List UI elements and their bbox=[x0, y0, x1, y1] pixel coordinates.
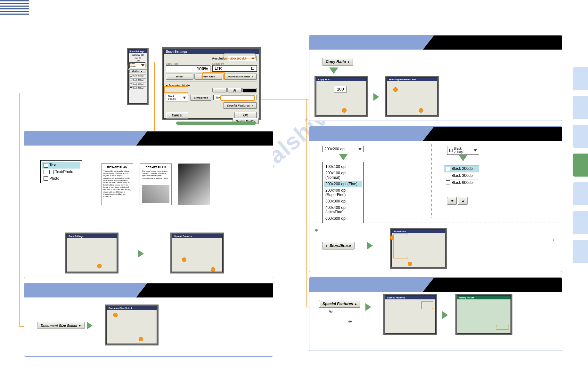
res-opt[interactable]: 600x600 dpi bbox=[324, 215, 362, 222]
side-tab-4[interactable] bbox=[573, 154, 588, 177]
ok-button[interactable]: OK bbox=[234, 112, 257, 119]
step-screenshot-2: Special Features bbox=[172, 234, 223, 272]
side-tab-5[interactable] bbox=[573, 182, 588, 205]
side-tab-3[interactable] bbox=[573, 125, 588, 148]
side-panel-title: Scan Settings bbox=[129, 50, 147, 53]
preset-2[interactable]: Black 300dpi bbox=[133, 79, 143, 81]
arrow-right-icon bbox=[87, 322, 93, 329]
step-screenshot-1: Scan Settings bbox=[66, 234, 117, 272]
preset-3[interactable]: Black 600dpi bbox=[133, 83, 143, 85]
arrow-down-icon bbox=[329, 67, 338, 74]
copy-ratio-button[interactable]: Copy Ratio▸ bbox=[322, 58, 353, 66]
sf-screenshot-2: Ready to scan bbox=[457, 295, 511, 334]
panel-header bbox=[309, 127, 562, 141]
special-features-button[interactable]: Special Features▸ bbox=[319, 300, 360, 308]
resolution-list: 100x100 dpi 200x100 dpi (Normal) 200x200… bbox=[322, 162, 364, 223]
res-opt[interactable]: 100x100 dpi bbox=[324, 163, 362, 170]
side-tabs bbox=[573, 67, 588, 269]
arrow-right-icon bbox=[365, 303, 371, 311]
side-doc: LTR bbox=[129, 59, 146, 62]
up-button[interactable]: ▴ bbox=[458, 197, 468, 205]
arrow-down-icon bbox=[459, 155, 468, 161]
base-bar bbox=[176, 122, 256, 125]
arrow-right-icon bbox=[373, 93, 379, 101]
document-label: Document bbox=[212, 62, 257, 65]
doc-size-screenshot: Document Size Select bbox=[106, 306, 157, 344]
res-opt[interactable]: 300x300 dpi bbox=[324, 198, 362, 204]
side-tab-6[interactable] bbox=[573, 211, 588, 234]
panel-header bbox=[24, 131, 273, 146]
panel-resolution: 200x200 dpi 100x100 dpi 200x100 dpi (Nor… bbox=[309, 126, 562, 272]
direct-button[interactable]: Direct bbox=[166, 74, 193, 80]
mode-photo[interactable]: Photo bbox=[42, 175, 80, 182]
store-erase-screenshot: Store/Erase bbox=[391, 229, 445, 267]
panel-header bbox=[309, 278, 562, 292]
res-opt[interactable]: 200x100 dpi (Normal) bbox=[324, 170, 362, 181]
sf-screenshot-1: Special Features bbox=[385, 295, 436, 334]
preset-4[interactable]: Black 400dpi bbox=[133, 87, 143, 89]
copy-ratio-label: Copy Ratio bbox=[166, 62, 210, 65]
side-tab-7[interactable] bbox=[573, 240, 588, 263]
down-button[interactable]: ▾ bbox=[447, 197, 457, 205]
mode-list: Text Text/Photo Photo bbox=[40, 160, 82, 183]
res-opt[interactable]: 200x200 dpi (Fine) bbox=[324, 181, 362, 187]
preset-opt[interactable]: Black 200dpi bbox=[444, 165, 479, 172]
arrow-right-icon bbox=[442, 311, 448, 319]
sample-text-photo: RES●RT PLAN The world's coral reefs, whe… bbox=[140, 163, 172, 205]
arrow-right-icon bbox=[367, 242, 373, 249]
preset-opt[interactable]: Black 600dpi bbox=[444, 179, 479, 186]
highlight bbox=[127, 65, 147, 70]
res-opt[interactable]: 200x400 dpi (SuperFine) bbox=[324, 187, 362, 198]
connector bbox=[19, 93, 20, 326]
special-features-button[interactable]: Special Features▸ bbox=[223, 102, 257, 109]
cancel-button[interactable]: Cancel bbox=[166, 112, 188, 119]
panel-header bbox=[24, 283, 273, 297]
side-ratio: 200x200 dpi bbox=[129, 53, 146, 56]
mode-text-photo[interactable]: Text/Photo bbox=[42, 169, 80, 175]
copy-ratio-screenshot-1: Copy Ratio 100 bbox=[316, 77, 367, 115]
arrow-right-thin-icon: → bbox=[550, 237, 555, 243]
arrow-down-icon bbox=[339, 154, 348, 160]
res-opt[interactable]: 400x400 dpi (UltraFine) bbox=[324, 204, 362, 215]
mode-dropdown[interactable]: Black 200dpi bbox=[166, 94, 188, 101]
preset-list: Black 200dpi Black 300dpi Black 600dpi bbox=[444, 165, 479, 186]
doc-size-select-button[interactable]: Document Size Select▸ bbox=[37, 322, 85, 329]
panel-header bbox=[309, 36, 562, 50]
store-erase-button[interactable]: Store/Erase bbox=[190, 95, 211, 101]
store-erase-button[interactable]: ▸Store/Erase bbox=[322, 242, 355, 249]
preset-1[interactable]: Black 200dpi bbox=[133, 75, 143, 77]
preset-dd[interactable]: Black 200dpi bbox=[447, 146, 479, 155]
side-pct: 100 % bbox=[129, 56, 146, 59]
panel-doc-size: Document Size Select▸ Document Size Sele… bbox=[24, 283, 273, 357]
side-tab-1[interactable] bbox=[573, 67, 588, 90]
panel-text-mode: Text Text/Photo Photo RES●RT PLAN The wo… bbox=[24, 131, 273, 278]
copy-ratio-screenshot-2: Selecting the Record Size bbox=[386, 77, 437, 115]
preset-opt[interactable]: Black 300dpi bbox=[444, 172, 479, 179]
connector bbox=[306, 99, 307, 307]
header-rule bbox=[29, 20, 588, 20]
sample-text: RES●RT PLAN The world's coral reefs, whe… bbox=[101, 163, 133, 205]
mode-text[interactable]: Text bbox=[42, 162, 80, 169]
sample-photo bbox=[178, 163, 210, 205]
side-tab-2[interactable] bbox=[573, 96, 588, 119]
doc-size-select-button[interactable]: Document Size Select▸ bbox=[223, 74, 257, 80]
panel-special-features: Special Features▸ Special Features Ready… bbox=[309, 277, 562, 351]
document-value: LTR bbox=[215, 66, 222, 71]
header-stripes bbox=[0, 0, 29, 16]
arrow-right-icon bbox=[138, 250, 144, 257]
panel-copy-ratio: Copy Ratio▸ Copy Ratio 100 Selecting the… bbox=[309, 35, 562, 121]
resolution-dd[interactable]: 200x200 dpi bbox=[322, 146, 364, 152]
copy-ratio-value: 100% bbox=[197, 66, 208, 71]
